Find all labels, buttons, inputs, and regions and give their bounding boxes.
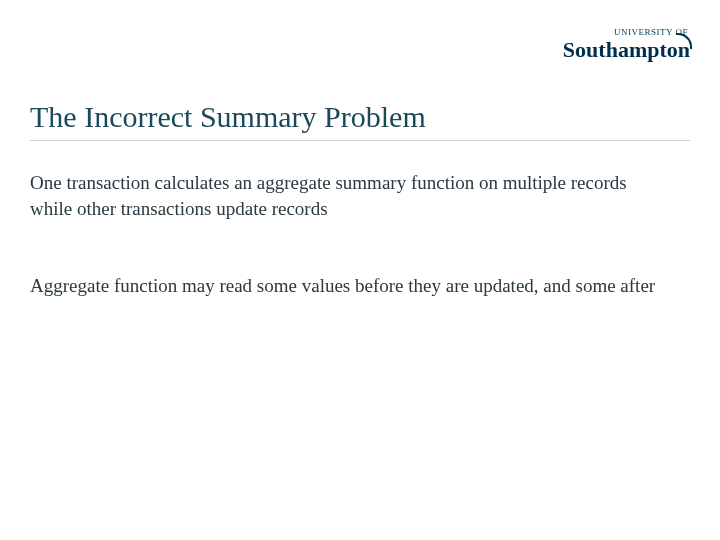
logo-overline: UNIVERSITY OF (563, 28, 690, 37)
paragraph-2: Aggregate function may read some values … (30, 273, 670, 299)
slide-title: The Incorrect Summary Problem (30, 100, 690, 141)
slide-body: One transaction calculates an aggregate … (30, 170, 670, 299)
paragraph-1: One transaction calculates an aggregate … (30, 170, 670, 221)
university-logo: UNIVERSITY OF Southampton (563, 28, 690, 61)
slide: UNIVERSITY OF Southampton The Incorrect … (0, 0, 720, 540)
logo-wordmark: Southampton (563, 39, 690, 61)
